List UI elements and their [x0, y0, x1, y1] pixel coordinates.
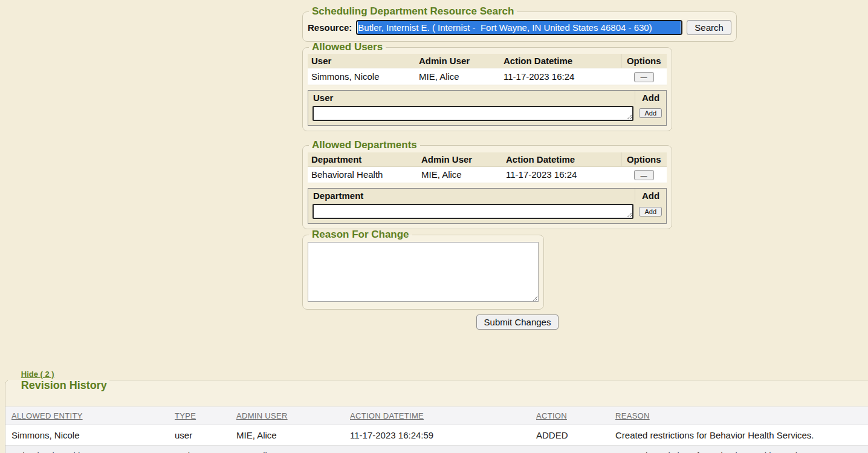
remove-department-button[interactable]: —: [634, 170, 654, 180]
revision-col-action-datetime[interactable]: ACTION DATETIME: [350, 411, 424, 420]
resource-label: Resource:: [308, 22, 352, 33]
revision-history-header-row: ALLOWED ENTITY TYPE ADMIN USER ACTION DA…: [5, 406, 868, 425]
table-row: Simmons, Nicole user MIE, Alice 11-17-20…: [5, 425, 868, 445]
revision-action-datetime: 11-17-2023 16:24:59: [344, 445, 530, 453]
revision-type: realm: [169, 445, 230, 453]
allowed-department-admin: MIE, Alice: [418, 166, 502, 183]
allowed-users-col-options: Options: [621, 54, 667, 68]
allowed-user-datetime: 11-17-2023 16:24: [500, 68, 621, 85]
resource-input[interactable]: Butler, Internist E. ( Internist - Fort …: [356, 20, 682, 35]
reason-for-change-section: Reason For Change: [302, 229, 544, 310]
allowed-users-col-admin: Admin User: [415, 54, 500, 68]
add-department-panel: Department Add Add: [308, 188, 667, 224]
allowed-users-col-user: User: [308, 54, 415, 68]
allowed-users-legend: Allowed Users: [309, 42, 386, 53]
allowed-users-section: Allowed Users User Admin User Action Dat…: [302, 42, 672, 131]
allowed-departments-col-datetime: Action Datetime: [502, 152, 621, 167]
add-user-input[interactable]: [313, 106, 633, 121]
allowed-departments-col-department: Department: [308, 152, 418, 167]
revision-col-reason[interactable]: REASON: [615, 411, 650, 420]
revision-reason: Created restrictions for Behavior Health…: [609, 445, 868, 453]
revision-col-allowed-entity[interactable]: ALLOWED ENTITY: [11, 411, 83, 420]
revision-history-table: ALLOWED ENTITY TYPE ADMIN USER ACTION DA…: [5, 406, 868, 453]
revision-col-type[interactable]: TYPE: [175, 411, 196, 420]
allowed-department-datetime: 11-17-2023 16:24: [502, 166, 621, 183]
revision-col-admin-user[interactable]: ADMIN USER: [236, 411, 288, 420]
search-button[interactable]: Search: [687, 20, 731, 35]
revision-admin-user: MIE, Alice: [230, 425, 344, 445]
revision-action: ADDED: [530, 425, 609, 445]
reason-for-change-legend: Reason For Change: [309, 229, 412, 241]
add-user-panel: User Add Add: [308, 90, 667, 126]
main-content-column: Scheduling Department Resource Search Re…: [302, 0, 733, 330]
revision-history-legend: Hide ( 2 ) Revision History: [8, 357, 109, 403]
revision-col-action[interactable]: ACTION: [536, 411, 567, 420]
allowed-users-col-datetime: Action Datetime: [500, 54, 621, 68]
add-department-input[interactable]: [313, 204, 633, 219]
allowed-users-header-row: User Admin User Action Datetime Options: [308, 54, 667, 68]
allowed-departments-col-options: Options: [621, 152, 667, 167]
allowed-departments-header-row: Department Admin User Action Datetime Op…: [308, 152, 667, 167]
allowed-departments-col-admin: Admin User: [418, 152, 502, 167]
allowed-departments-table: Department Admin User Action Datetime Op…: [308, 152, 667, 184]
allowed-user-name: Simmons, Nicole: [308, 68, 415, 85]
revision-reason: Created restrictions for Behavior Health…: [609, 425, 868, 445]
add-user-column-header: User: [308, 91, 635, 105]
table-row: Simmons, Nicole MIE, Alice 11-17-2023 16…: [308, 68, 667, 85]
hide-revision-history-link[interactable]: Hide ( 2 ): [21, 370, 54, 379]
revision-history-section: Hide ( 2 ) Revision History ALLOWED ENTI…: [5, 357, 868, 453]
submit-changes-button[interactable]: Submit Changes: [476, 314, 559, 330]
allowed-user-admin: MIE, Alice: [415, 68, 500, 85]
revision-type: user: [169, 425, 230, 445]
allowed-department-name: Behavioral Health: [308, 166, 418, 183]
resource-search-section: Scheduling Department Resource Search Re…: [302, 6, 737, 42]
allowed-departments-legend: Allowed Departments: [309, 140, 420, 151]
allowed-users-table: User Admin User Action Datetime Options …: [308, 54, 667, 85]
allowed-departments-section: Allowed Departments Department Admin Use…: [302, 140, 672, 229]
resource-input-selected-text: Butler, Internist E. ( Internist - Fort …: [358, 21, 681, 34]
revision-admin-user: MIE, Alice: [230, 445, 344, 453]
revision-history-title: Revision History: [21, 379, 107, 391]
table-row: Behavioral Health realm MIE, Alice 11-17…: [5, 445, 868, 453]
remove-user-button[interactable]: —: [634, 72, 654, 82]
revision-action: ADDED: [530, 445, 609, 453]
revision-entity: Simmons, Nicole: [5, 425, 169, 445]
add-user-button[interactable]: Add: [639, 108, 662, 118]
reason-for-change-textarea[interactable]: [308, 242, 539, 302]
add-department-button[interactable]: Add: [639, 207, 662, 217]
add-department-column-header: Department: [308, 189, 635, 203]
resource-search-legend: Scheduling Department Resource Search: [309, 6, 517, 18]
add-user-add-header: Add: [635, 91, 666, 105]
revision-entity: Behavioral Health: [5, 445, 169, 453]
table-row: Behavioral Health MIE, Alice 11-17-2023 …: [308, 166, 667, 183]
add-department-add-header: Add: [635, 189, 666, 203]
revision-action-datetime: 11-17-2023 16:24:59: [344, 425, 530, 445]
